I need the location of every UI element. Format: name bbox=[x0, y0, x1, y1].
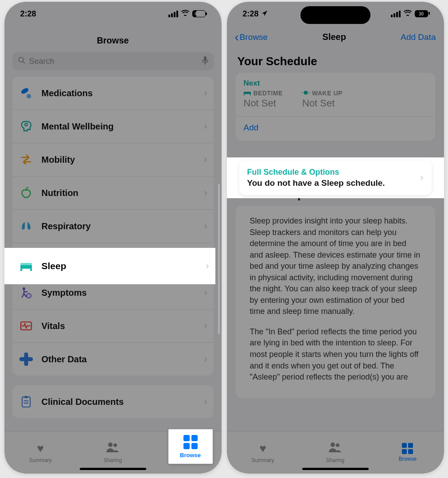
svg-rect-2 bbox=[204, 56, 206, 61]
next-label: Next bbox=[244, 79, 427, 88]
category-clinical-documents[interactable]: Clinical Documents› bbox=[12, 385, 214, 418]
nav-title: Sleep bbox=[323, 32, 346, 42]
dynamic-island bbox=[300, 6, 370, 24]
tab-bar: ♥ Summary Sharing Browse bbox=[227, 431, 444, 474]
full-schedule-subtitle: You do not have a Sleep schedule. bbox=[247, 178, 421, 188]
people-icon bbox=[105, 442, 120, 455]
tab-summary[interactable]: ♥ Summary bbox=[227, 431, 299, 474]
brain-icon bbox=[19, 119, 34, 134]
home-indicator[interactable] bbox=[302, 468, 369, 470]
about-paragraph-2: The "In Bed" period reflects the time pe… bbox=[238, 325, 432, 390]
status-bar: 2:28 30 bbox=[4, 2, 222, 26]
page-title: Browse bbox=[4, 26, 222, 52]
heart-icon: ♥ bbox=[259, 442, 266, 455]
clinical-list: Clinical Documents› bbox=[12, 385, 214, 418]
schedule-card: Next BEDTIME Not Set WAKE UP Not Set Add bbox=[236, 73, 435, 141]
category-mobility[interactable]: Mobility› bbox=[12, 143, 214, 176]
svg-point-3 bbox=[20, 87, 29, 95]
categories-list: Medications› Mental Wellbeing› Mobility›… bbox=[12, 77, 214, 376]
battery-icon: 30 bbox=[415, 10, 428, 17]
nav-bar: ‹ Browse Sleep Add Data bbox=[227, 26, 444, 48]
chevron-left-icon: ‹ bbox=[235, 34, 239, 40]
clipboard-icon bbox=[19, 394, 34, 409]
ecg-icon bbox=[19, 318, 34, 333]
grid-icon bbox=[402, 443, 413, 454]
your-schedule-title: Your Schedule bbox=[227, 48, 444, 73]
add-data-button[interactable]: Add Data bbox=[401, 32, 436, 42]
tab-browse[interactable]: Browse bbox=[168, 429, 213, 464]
chevron-right-icon: › bbox=[204, 220, 207, 232]
category-respiratory[interactable]: Respiratory› bbox=[12, 210, 214, 243]
bedtime-block: BEDTIME Not Set bbox=[244, 90, 283, 109]
chevron-right-icon: › bbox=[204, 396, 207, 407]
chevron-right-icon: › bbox=[204, 154, 207, 165]
wakeup-value: Not Set bbox=[302, 98, 343, 109]
chevron-right-icon: › bbox=[420, 172, 423, 184]
search-input[interactable]: Search bbox=[12, 52, 214, 71]
svg-point-14 bbox=[113, 443, 117, 447]
svg-point-13 bbox=[108, 443, 113, 447]
arrows-icon bbox=[19, 152, 34, 167]
chevron-right-icon: › bbox=[206, 260, 209, 272]
bed-small-icon bbox=[244, 90, 251, 97]
pill-icon bbox=[19, 86, 34, 101]
back-button[interactable]: ‹ Browse bbox=[235, 32, 268, 42]
heart-icon: ♥ bbox=[37, 442, 43, 455]
symptom-icon: ! bbox=[19, 285, 34, 300]
svg-rect-15 bbox=[20, 265, 32, 269]
svg-rect-9 bbox=[22, 397, 30, 407]
add-schedule-button[interactable]: Add bbox=[244, 117, 427, 134]
tab-sharing[interactable]: Sharing bbox=[77, 431, 149, 474]
chevron-right-icon: › bbox=[204, 320, 207, 332]
grid-icon bbox=[183, 435, 198, 449]
tab-sharing[interactable]: Sharing bbox=[299, 431, 371, 474]
chevron-right-icon: › bbox=[204, 353, 207, 365]
wifi-icon bbox=[403, 9, 412, 18]
svg-point-23 bbox=[331, 443, 335, 447]
chevron-right-icon: › bbox=[204, 187, 207, 199]
search-placeholder: Search bbox=[29, 57, 202, 66]
svg-rect-21 bbox=[250, 94, 251, 95]
category-mental-wellbeing[interactable]: Mental Wellbeing› bbox=[12, 110, 214, 143]
location-icon bbox=[261, 9, 268, 19]
full-schedule-row[interactable]: Full Schedule & Options You do not have … bbox=[227, 157, 444, 198]
chevron-right-icon: › bbox=[204, 287, 207, 298]
chevron-right-icon: › bbox=[204, 121, 207, 132]
cellular-icon bbox=[168, 11, 178, 17]
svg-rect-19 bbox=[244, 92, 251, 94]
lungs-icon bbox=[19, 219, 34, 234]
search-icon bbox=[18, 56, 26, 67]
svg-rect-16 bbox=[20, 263, 32, 265]
category-other-data[interactable]: Other Data› bbox=[12, 343, 214, 376]
tab-summary[interactable]: ♥ Summary bbox=[4, 431, 77, 474]
cellular-icon bbox=[391, 11, 401, 17]
apple-icon bbox=[19, 185, 34, 200]
dictate-icon[interactable] bbox=[202, 56, 208, 67]
tab-browse[interactable]: Browse bbox=[371, 431, 444, 474]
svg-rect-17 bbox=[20, 269, 22, 271]
category-sleep[interactable]: Sleep › bbox=[4, 248, 215, 284]
svg-rect-20 bbox=[244, 94, 245, 95]
category-nutrition[interactable]: Nutrition› bbox=[12, 176, 214, 210]
full-schedule-title: Full Schedule & Options bbox=[247, 168, 421, 177]
category-vitals[interactable]: Vitals› bbox=[12, 310, 214, 343]
about-paragraph-1: Sleep provides insight into your sleep h… bbox=[238, 214, 432, 325]
phone-browse-screen: 2:28 30 Browse Search Medications› bbox=[4, 2, 222, 474]
svg-rect-18 bbox=[30, 269, 32, 271]
alarm-small-icon bbox=[302, 90, 309, 97]
svg-point-4 bbox=[27, 94, 31, 98]
people-icon bbox=[328, 442, 342, 455]
battery-icon: 30 bbox=[192, 10, 206, 17]
wakeup-block: WAKE UP Not Set bbox=[302, 90, 343, 109]
bed-icon bbox=[19, 259, 34, 274]
status-time: 2:28 bbox=[243, 9, 259, 19]
chevron-right-icon: › bbox=[204, 87, 207, 99]
svg-text:!: ! bbox=[28, 294, 29, 298]
category-medications[interactable]: Medications› bbox=[12, 77, 214, 110]
svg-rect-22 bbox=[304, 91, 308, 94]
svg-point-5 bbox=[23, 287, 25, 290]
svg-rect-10 bbox=[24, 396, 28, 398]
home-indicator[interactable] bbox=[80, 468, 146, 470]
phone-sleep-screen: 2:28 30 ‹ Browse Sleep Add Data Your Sch… bbox=[227, 2, 444, 474]
bedtime-value: Not Set bbox=[244, 98, 283, 109]
